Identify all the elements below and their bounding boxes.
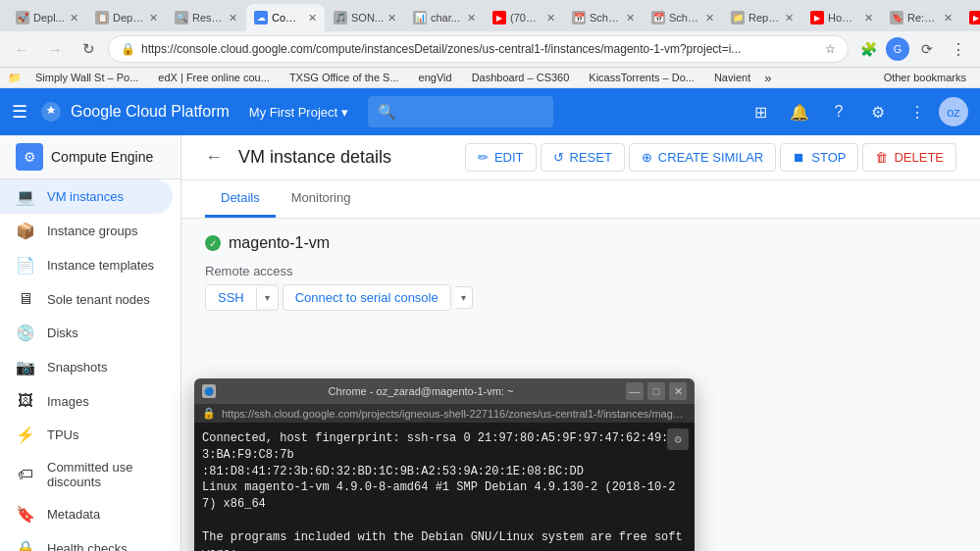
ssh-dropdown-button[interactable]: ▾ [256,287,278,308]
bookmark-2[interactable]: edX | Free online cou... [152,70,276,85]
profile-icon[interactable]: G [886,37,909,61]
bookmark-3[interactable]: TXSG Office of the S... [284,70,405,85]
settings-icon[interactable]: ⋮ [945,35,972,63]
gcp-search-bar[interactable]: 🔍 [368,96,553,127]
bookmarks-more[interactable]: » [764,71,771,85]
hamburger-menu[interactable]: ☰ [12,101,27,123]
terminal-line-1: Connected, host fingerprint: ssh-rsa 0 2… [202,430,687,464]
tab-close-2[interactable]: ✕ [149,12,158,25]
tab-9[interactable]: 📅Sche...✕ [644,4,722,31]
back-button[interactable]: ← [205,147,223,168]
tab-monitoring[interactable]: Monitoring [276,180,367,218]
tab-4-active[interactable]: ☁Comp...✕ [246,4,325,31]
tab-favicon-6: 📊 [413,11,427,25]
forward-button[interactable]: → [41,35,69,63]
tab-11[interactable]: ▶How ...✕ [802,4,881,31]
tab-close-11[interactable]: ✕ [864,12,873,25]
bookmark-6[interactable]: KicassTorrents – Do... [583,70,700,85]
tab-10[interactable]: 📁Repo...✕ [723,4,801,31]
sidebar-label-vm-instances: VM instances [47,189,124,204]
sidebar-item-health-checks[interactable]: 🔒 Health checks [0,531,173,551]
reset-icon: ↺ [553,150,564,165]
extensions-icon[interactable]: 🧩 [854,35,882,63]
tab-13[interactable]: ▶(704...✕ [961,4,980,31]
tab-close-3[interactable]: ✕ [229,12,237,25]
create-similar-button[interactable]: ⊕ CREATE SIMILAR [629,143,776,172]
apps-icon[interactable]: ⊞ [743,94,778,129]
tab-close-8[interactable]: ✕ [626,12,635,25]
sidebar-item-committed-use[interactable]: 🏷 Committed use discounts [0,452,173,497]
bookmark-7[interactable]: Navient [708,70,756,85]
tab-close-1[interactable]: ✕ [70,12,78,25]
back-button[interactable]: ← [8,35,35,63]
terminal-settings-icon[interactable]: ⚙ [667,428,689,450]
sidebar-item-metadata[interactable]: 🔖 Metadata [0,497,173,531]
star-icon[interactable]: ☆ [825,42,836,56]
terminal-minimize-button[interactable]: — [626,382,644,400]
tab-bar: 🚀Depl...✕ 📋Deplo...✕ 🔍Resea...✕ ☁Comp...… [8,4,972,31]
tab-5[interactable]: 🎵SON...✕ [326,4,404,31]
tab-close-4[interactable]: ✕ [308,12,317,25]
other-bookmarks[interactable]: Other bookmarks [878,70,972,85]
tab-8[interactable]: 📅Sche...✕ [564,4,643,31]
tab-favicon-5: 🎵 [334,11,347,25]
delete-button[interactable]: 🗑 DELETE [862,143,956,172]
tab-favicon-2: 📋 [95,11,109,25]
terminal-line-blank-1 [202,513,687,529]
settings-gear-icon[interactable]: ⚙ [860,94,896,129]
connect-serial-button[interactable]: Connect to serial console [283,284,451,311]
user-avatar[interactable]: oz [939,97,968,126]
stop-button[interactable]: ⏹ STOP [780,143,858,172]
health-checks-icon: 🔒 [16,539,35,551]
tab-12[interactable]: 🔖Re:N...✕ [882,4,960,31]
compute-engine-icon: ⚙ [16,143,43,171]
gcp-project-selector[interactable]: My First Project ▾ [241,101,356,124]
instance-groups-icon: 📦 [16,222,35,240]
tab-6[interactable]: 📊char...✕ [405,4,484,31]
sidebar-item-images[interactable]: 🖼 Images [0,384,173,418]
sidebar-item-snapshots[interactable]: 📷 Snapshots [0,350,173,384]
toolbar-icons: 🧩 G ⟳ ⋮ [854,35,972,63]
sidebar-item-sole-tenant-nodes[interactable]: 🖥 Sole tenant nodes [0,282,173,316]
terminal-close-button[interactable]: ✕ [669,382,687,400]
bookmark-5[interactable]: Dashboard – CS360 [466,70,576,85]
sidebar-item-vm-instances[interactable]: 💻 VM instances [0,179,173,214]
more-options-icon[interactable]: ⋮ [900,94,935,129]
tab-details[interactable]: Details [205,180,276,218]
tab-close-10[interactable]: ✕ [785,12,794,25]
reset-button[interactable]: ↺ RESET [541,143,625,172]
tab-7[interactable]: ▶(702 ...✕ [485,4,563,31]
tab-3[interactable]: 🔍Resea...✕ [167,4,245,31]
search-icon: 🔍 [378,103,396,121]
sidebar-item-instance-groups[interactable]: 📦 Instance groups [0,214,173,248]
reload-button[interactable]: ↻ [75,35,102,63]
help-icon[interactable]: ? [821,94,856,129]
address-bar[interactable]: 🔒 https://console.cloud.google.com/compu… [108,35,849,63]
tab-close-5[interactable]: ✕ [387,12,396,25]
notification-bell-icon[interactable]: 🔔 [782,94,817,129]
tab-close-9[interactable]: ✕ [705,12,714,25]
delete-label: DELETE [894,150,944,165]
serial-dropdown-button[interactable]: ▾ [455,286,473,309]
edit-button[interactable]: ✏ EDIT [465,143,537,172]
tab-close-12[interactable]: ✕ [944,12,953,25]
bookmark-4[interactable]: engVid [413,70,458,85]
tab-title-5: SON... [351,12,384,24]
terminal-toolbar-icons: ⚙ [667,428,689,450]
tab-close-6[interactable]: ✕ [467,12,476,25]
terminal-body[interactable]: ⚙ Connected, host fingerprint: ssh-rsa 0… [194,423,695,551]
sync-icon[interactable]: ⟳ [913,35,941,63]
tab-close-7[interactable]: ✕ [546,12,555,25]
sidebar-item-instance-templates[interactable]: 📄 Instance templates [0,248,173,282]
sidebar-header-title: Compute Engine [51,149,153,165]
main-content: ☰ Google Cloud Platform My First Project… [0,88,980,551]
bookmark-1[interactable]: Simply Wall St – Po... [29,70,144,85]
tab-1[interactable]: 🚀Depl...✕ [8,4,86,31]
terminal-maximize-button[interactable]: □ [647,382,665,400]
tab-2[interactable]: 📋Deplo...✕ [87,4,166,31]
ssh-main-button[interactable]: SSH [206,285,256,310]
sidebar-label-images: Images [47,394,89,409]
bookmarks-folder-icon[interactable]: 📁 [8,72,22,84]
sidebar-item-tpus[interactable]: ⚡ TPUs [0,418,173,452]
sidebar-item-disks[interactable]: 💿 Disks [0,316,173,350]
